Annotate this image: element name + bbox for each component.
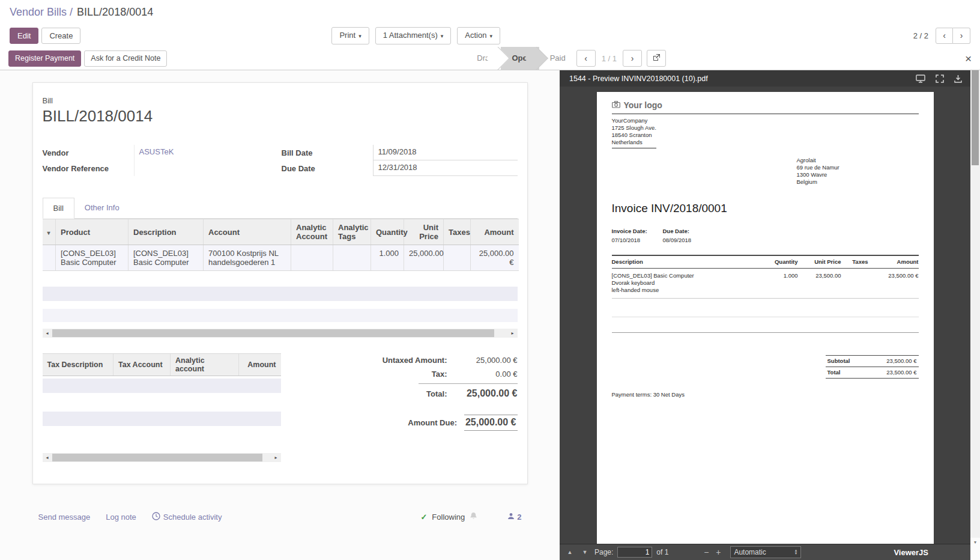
tab-other-info[interactable]: Other Info bbox=[74, 198, 130, 218]
followers-button[interactable]: 2 bbox=[507, 513, 521, 522]
total-value: 25,000.00 € bbox=[455, 388, 518, 399]
invoice-lines-table: Product Description Account Analytic Acc… bbox=[43, 219, 519, 271]
control-panel: Edit Create Print 1 Attachment(s) Action… bbox=[0, 24, 980, 47]
schedule-activity-link[interactable]: Schedule activity bbox=[152, 512, 222, 522]
clock-icon bbox=[152, 512, 160, 522]
line-taxes bbox=[444, 245, 471, 271]
scrollbar-thumb[interactable] bbox=[52, 329, 494, 337]
column-header-product[interactable]: Product bbox=[56, 219, 129, 245]
scroll-left-icon[interactable] bbox=[43, 453, 52, 462]
form-sheet: Bill BILL/2018/0014 Vendor ASUSTeK Vendo… bbox=[32, 82, 528, 484]
attachment-next-button[interactable] bbox=[623, 50, 642, 67]
column-header-analytic-account[interactable]: Analytic Account bbox=[291, 219, 333, 245]
column-header-description[interactable]: Description bbox=[129, 219, 204, 245]
column-header-unit-price[interactable]: Unit Price bbox=[404, 219, 444, 245]
status-row: Register Payment Ask for a Credit Note D… bbox=[0, 47, 980, 70]
empty-row bbox=[43, 271, 518, 287]
zoom-mode-select[interactable]: Automatic ▲▼ bbox=[730, 546, 801, 558]
column-header-tax-account[interactable]: Tax Account bbox=[113, 354, 171, 376]
pdf-line-detail: Dvorak keyboard bbox=[612, 279, 762, 287]
scrollbar-track[interactable] bbox=[52, 453, 271, 462]
column-header-quantity[interactable]: Quantity bbox=[371, 219, 404, 245]
scroll-right-icon[interactable] bbox=[271, 453, 281, 462]
create-button[interactable]: Create bbox=[41, 28, 80, 44]
form-pane: Bill BILL/2018/0014 Vendor ASUSTeK Vendo… bbox=[0, 70, 560, 560]
open-in-new-window-button[interactable] bbox=[647, 50, 666, 67]
vertical-scrollbar[interactable] bbox=[970, 70, 980, 560]
empty-row bbox=[43, 322, 518, 329]
page-down-button[interactable]: ▼ bbox=[579, 549, 590, 555]
scrollbar-track[interactable] bbox=[52, 329, 508, 338]
close-preview-button[interactable] bbox=[965, 53, 972, 64]
pdf-line-amount: 23,500.00 € bbox=[868, 269, 919, 299]
total-label: Total: bbox=[426, 389, 447, 398]
page-number-input[interactable] bbox=[617, 547, 652, 558]
zoom-out-button[interactable]: − bbox=[701, 547, 711, 557]
column-header-tax-amount[interactable]: Amount bbox=[239, 354, 281, 376]
scroll-right-icon[interactable] bbox=[508, 329, 518, 338]
action-dropdown-button[interactable]: Action bbox=[457, 27, 500, 44]
status-step-draft[interactable]: Draft bbox=[466, 47, 501, 70]
pdf-total-value: 23,500.00 € bbox=[886, 369, 916, 376]
attachments-dropdown-button[interactable]: 1 Attachment(s) bbox=[375, 27, 452, 44]
pdf-logo-text: Your logo bbox=[624, 100, 662, 110]
empty-row bbox=[43, 393, 281, 412]
scrollbar-bottom[interactable] bbox=[970, 538, 980, 560]
pdf-header-icons bbox=[916, 75, 962, 83]
breadcrumb-current: BILL/2018/0014 bbox=[77, 6, 153, 19]
pdf-title: 1544 - Preview INVINV20180001 (10).pdf bbox=[569, 75, 708, 83]
log-note-link[interactable]: Log note bbox=[106, 513, 136, 522]
breadcrumb-parent-link[interactable]: Vendor Bills bbox=[10, 6, 67, 19]
following-toggle[interactable]: Following bbox=[432, 513, 465, 522]
scrollbar-thumb[interactable] bbox=[52, 454, 262, 461]
send-message-link[interactable]: Send message bbox=[38, 513, 91, 522]
credit-note-button[interactable]: Ask for a Credit Note bbox=[84, 50, 167, 67]
pdf-col-taxes: Taxes bbox=[841, 255, 868, 269]
tax-horizontal-scrollbar[interactable] bbox=[43, 453, 281, 462]
tab-bill[interactable]: Bill bbox=[43, 198, 74, 219]
column-header-amount[interactable]: Amount bbox=[471, 219, 519, 245]
record-next-button[interactable] bbox=[953, 28, 970, 44]
attachment-previous-button[interactable] bbox=[576, 50, 596, 67]
print-dropdown-button[interactable]: Print bbox=[331, 27, 369, 44]
status-step-label: Paid bbox=[550, 53, 566, 62]
vendor-value-link[interactable]: ASUSTeK bbox=[139, 147, 174, 156]
zoom-in-button[interactable]: + bbox=[713, 547, 723, 557]
pdf-line-detail: left-handed mouse bbox=[612, 287, 762, 294]
tax-lines-table: Tax Description Tax Account Analytic acc… bbox=[43, 353, 281, 376]
column-header-tax-description[interactable]: Tax Description bbox=[43, 354, 113, 376]
line-analytic-account bbox=[291, 245, 333, 271]
register-payment-button[interactable]: Register Payment bbox=[8, 50, 81, 67]
page-label: Page: bbox=[594, 548, 613, 556]
pdf-col-amount: Amount bbox=[868, 255, 919, 269]
status-step-label: Open bbox=[512, 53, 531, 62]
pdf-header: 1544 - Preview INVINV20180001 (10).pdf bbox=[560, 70, 970, 87]
column-header-taxes[interactable]: Taxes bbox=[444, 219, 471, 245]
attachment-pager-count: 1 / 1 bbox=[602, 54, 617, 63]
lines-horizontal-scrollbar[interactable] bbox=[43, 329, 518, 338]
presentation-icon[interactable] bbox=[916, 75, 925, 83]
column-header-analytic-tags[interactable]: Analytic Tags bbox=[333, 219, 371, 245]
document-title: BILL/2018/0014 bbox=[43, 107, 518, 126]
edit-button[interactable]: Edit bbox=[10, 28, 38, 44]
chatter-right: ✓ Following 2 bbox=[420, 512, 521, 522]
invoice-line-row[interactable]: [CONS_DEL03] Basic Computer [CONS_DEL03]… bbox=[43, 245, 519, 271]
screen: Vendor Bills / BILL/2018/0014 Edit Creat… bbox=[0, 0, 980, 560]
pdf-subtotal-label: Subtotal bbox=[827, 358, 850, 365]
optional-columns-icon[interactable] bbox=[47, 228, 50, 237]
record-pager: 2 / 2 bbox=[913, 28, 970, 44]
column-header-account[interactable]: Account bbox=[204, 219, 291, 245]
untaxed-amount-value: 25,000.00 € bbox=[455, 356, 518, 365]
fullscreen-icon[interactable] bbox=[936, 75, 944, 83]
empty-row bbox=[43, 301, 518, 309]
page-up-button[interactable]: ▲ bbox=[564, 549, 575, 555]
totals-block: Untaxed Amount: 25,000.00 € Tax: 0.00 € … bbox=[363, 353, 518, 462]
scrollbar-thumb[interactable] bbox=[972, 70, 979, 165]
download-icon[interactable] bbox=[954, 75, 962, 83]
bell-icon[interactable] bbox=[470, 512, 477, 522]
record-previous-button[interactable] bbox=[936, 28, 953, 44]
due-date-label: Due Date bbox=[282, 164, 373, 173]
column-header-analytic-account[interactable]: Analytic account bbox=[171, 354, 239, 376]
pdf-body[interactable]: Your logo YourCompany 1725 Slough Ave. 1… bbox=[560, 87, 970, 544]
scroll-left-icon[interactable] bbox=[43, 329, 52, 338]
